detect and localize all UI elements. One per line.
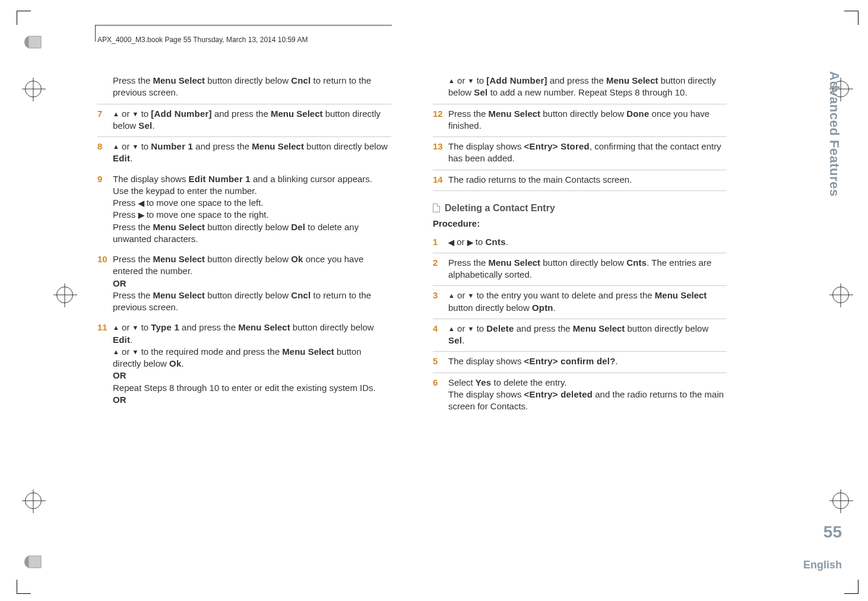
optn-label: Optn — [532, 303, 553, 313]
text: button directly below — [540, 109, 626, 119]
text: . — [130, 335, 132, 345]
menu-select-label: Menu Select — [489, 257, 541, 268]
text: button directly below — [290, 322, 374, 332]
cncl-label: Cncl — [291, 75, 311, 85]
or-label: OR — [113, 370, 391, 381]
step-number: 1 — [433, 236, 448, 248]
page-number: 55 — [823, 523, 842, 542]
down-icon: ▼ — [132, 110, 139, 119]
up-icon: ▲ — [448, 77, 455, 85]
text: to move one space to the right. — [144, 209, 269, 220]
text: Press the — [113, 222, 153, 232]
text: Select — [448, 377, 476, 387]
up-icon: ▲ — [113, 323, 119, 332]
text: to delete the entry. — [491, 377, 566, 387]
sel-label: Sel — [474, 87, 487, 97]
text: or — [119, 322, 132, 332]
delete-label: Delete — [486, 323, 514, 333]
text: . — [553, 303, 556, 313]
delete-step-1: 1 ◀ or ▶ to Cnts. — [433, 233, 727, 253]
page-header: APX_4000_M3.book Page 55 Thursday, March… — [97, 36, 308, 44]
left-arrow-icon: ◀ — [138, 199, 144, 208]
step-11-continuation: ▲ or ▼ to [Add Number] and press the Men… — [433, 71, 727, 104]
right-arrow-icon: ▶ — [138, 211, 144, 220]
section-heading: Deleting a Contact Entry — [433, 202, 727, 215]
text: to — [474, 323, 486, 333]
done-label: Done — [626, 109, 649, 119]
step-number: 7 — [97, 108, 113, 132]
step-number: 13 — [433, 141, 448, 165]
menu-select-label: Menu Select — [573, 323, 625, 333]
text: . — [616, 356, 618, 366]
menu-select-label: Menu Select — [271, 109, 323, 119]
text: and press the — [514, 323, 573, 333]
text: Press — [113, 209, 138, 220]
up-icon: ▲ — [113, 348, 119, 357]
step-number: 11 — [97, 322, 113, 406]
step-number: 10 — [97, 253, 113, 313]
yes-label: Yes — [476, 377, 491, 387]
sel-label: Sel — [138, 120, 152, 131]
text: or — [454, 237, 467, 247]
menu-select-label: Menu Select — [153, 254, 205, 264]
step-number: 5 — [433, 355, 448, 367]
text: button directly below — [205, 75, 291, 85]
menu-select-label: Menu Select — [238, 322, 290, 332]
text: button directly below — [448, 303, 532, 313]
delete-step-5: 5 The display shows <Entry> confirm del?… — [433, 352, 727, 373]
text: and press the — [547, 75, 606, 85]
text: . — [462, 335, 464, 345]
text: to the entry you want to delete and pres… — [474, 290, 654, 300]
text: Press the — [113, 290, 153, 300]
down-icon: ▼ — [132, 348, 139, 357]
text: or — [455, 323, 468, 333]
up-icon: ▲ — [448, 291, 455, 300]
delete-step-2: 2 Press the Menu Select button directly … — [433, 253, 727, 287]
step-9: 9 The display shows Edit Number 1 and a … — [97, 170, 391, 250]
registration-mark-icon — [832, 492, 849, 509]
crop-mark — [17, 580, 31, 594]
step-number: 4 — [433, 323, 448, 347]
text: to add a new number. Repeat Steps 8 thro… — [487, 87, 687, 97]
ok-label: Ok — [291, 254, 303, 264]
text: button directly below — [625, 323, 708, 333]
up-icon: ▲ — [113, 110, 119, 119]
down-icon: ▼ — [132, 323, 139, 332]
text: button directly below — [205, 290, 291, 300]
text: and press the — [193, 141, 252, 151]
edit-number1-label: Edit Number 1 — [189, 174, 251, 184]
text: The display shows — [448, 356, 524, 366]
ok-label: Ok — [169, 358, 181, 368]
down-icon: ▼ — [468, 291, 474, 300]
registration-mark-icon — [25, 81, 42, 97]
delete-step-4: 4 ▲ or ▼ to Delete and press the Menu Se… — [433, 319, 727, 352]
step-12: 12 Press the Menu Select button directly… — [433, 104, 727, 138]
crop-mark — [844, 580, 859, 594]
step-number: 2 — [433, 257, 448, 281]
step-number: 3 — [433, 290, 448, 314]
menu-select-label: Menu Select — [153, 290, 205, 300]
text: The radio returns to the main Contacts s… — [448, 174, 727, 186]
text: Use the keypad to enter the number. — [113, 185, 391, 197]
text: and press the — [179, 322, 238, 332]
down-icon: ▼ — [132, 142, 139, 151]
text: button directly below — [205, 254, 291, 264]
right-column: ▲ or ▼ to [Add Number] and press the Men… — [433, 71, 727, 417]
section-side-label: Advanced Features — [826, 71, 842, 196]
right-arrow-icon: ▶ — [467, 238, 473, 247]
menu-select-label: Menu Select — [489, 109, 541, 119]
text: The display shows — [448, 141, 524, 151]
text: Press the — [448, 257, 489, 268]
step-14: 14 The radio returns to the main Contact… — [433, 170, 727, 191]
step-continuation: Press the Menu Select button directly be… — [97, 71, 391, 104]
add-number-label: [Add Number] — [486, 75, 547, 85]
step-11: 11 ▲ or ▼ to Type 1 and press the Menu S… — [97, 318, 391, 411]
step-number: 9 — [97, 173, 113, 246]
procedure-label: Procedure: — [433, 218, 727, 230]
document-icon — [433, 203, 440, 212]
down-icon: ▼ — [468, 325, 474, 333]
or-label: OR — [113, 394, 391, 406]
text: button directly below — [205, 222, 291, 232]
text: button directly below — [540, 257, 626, 268]
or-label: OR — [113, 278, 391, 290]
